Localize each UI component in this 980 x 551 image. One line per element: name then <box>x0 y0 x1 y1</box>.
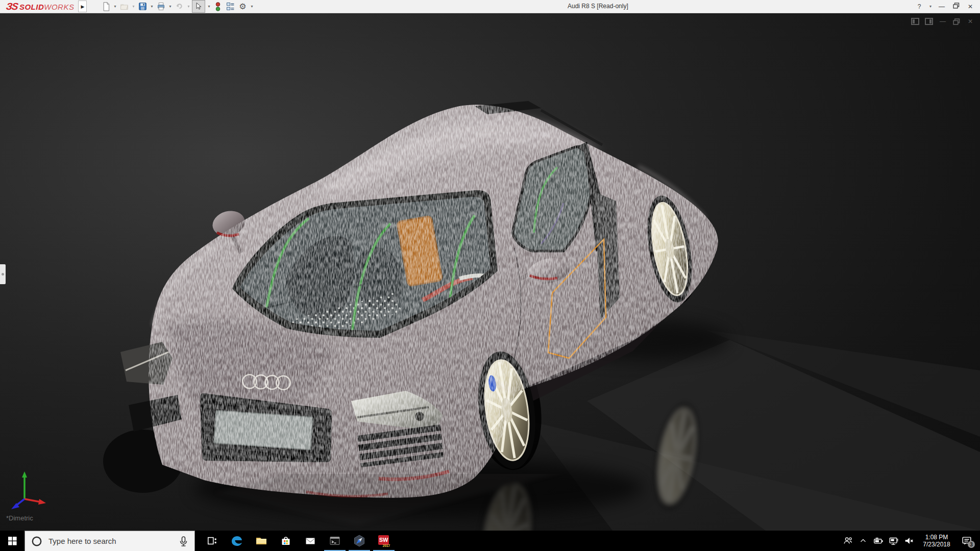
standard-toolbar: ▾ ▾ ▾ ▾ ▾ ▾ ⚙ ▾ <box>100 0 254 13</box>
pane-right-icon[interactable] <box>924 17 934 26</box>
clock-date: 7/23/2018 <box>920 541 953 548</box>
open-caret[interactable]: ▾ <box>131 4 136 9</box>
microphone-icon[interactable] <box>177 535 189 547</box>
print-caret[interactable]: ▾ <box>167 4 173 9</box>
edge-icon[interactable] <box>225 531 249 551</box>
doc-minimize-button[interactable]: — <box>938 17 947 26</box>
new-document-caret[interactable]: ▾ <box>112 4 117 9</box>
doc-restore-button[interactable] <box>952 17 961 26</box>
minimize-button[interactable]: — <box>936 3 947 10</box>
task-view-button[interactable] <box>200 531 225 551</box>
file-properties-icon[interactable] <box>225 1 236 12</box>
feature-pane-flyout-tab[interactable] <box>0 264 6 284</box>
flyout-tab-grip <box>2 273 4 276</box>
people-icon[interactable] <box>840 531 855 551</box>
new-document-icon[interactable] <box>100 1 111 12</box>
titlebar: ЗS SOLID WORKS ▶ ▾ ▾ ▾ ▾ ▾ ▾ ⚙ ▾ Audi R <box>0 0 980 13</box>
menu-flyout-arrow-icon[interactable]: ▶ <box>78 1 87 12</box>
close-button[interactable]: ✕ <box>965 3 976 10</box>
save-caret[interactable]: ▾ <box>149 4 154 9</box>
cortana-circle-icon <box>31 536 42 547</box>
action-center-button[interactable]: 3 <box>957 531 977 551</box>
window-controls: ? ▾ — ✕ <box>914 0 976 13</box>
search-placeholder: Type here to search <box>48 537 177 545</box>
pane-left-icon[interactable] <box>911 17 920 26</box>
taskbar: Type here to search SW2017 <box>0 531 980 551</box>
view-orientation-label: *Dimetric <box>6 514 33 522</box>
store-icon[interactable] <box>274 531 298 551</box>
document-window-controls: — ✕ <box>911 17 975 26</box>
undo-icon[interactable] <box>174 1 185 12</box>
options-caret[interactable]: ▾ <box>249 4 254 9</box>
select-cursor-icon[interactable] <box>192 0 205 13</box>
restore-button[interactable] <box>950 3 962 10</box>
3d-scene[interactable] <box>0 13 980 531</box>
volume-muted-icon[interactable] <box>901 531 917 551</box>
file-explorer-icon[interactable] <box>249 531 274 551</box>
command-prompt-icon[interactable] <box>323 531 347 551</box>
taskbar-app-icons: SW2017 <box>200 531 396 551</box>
window-title: Audi R8 S [Read-only] <box>568 0 628 13</box>
start-button[interactable] <box>0 531 24 551</box>
options-gear-icon[interactable]: ⚙ <box>237 1 248 12</box>
select-caret[interactable]: ▾ <box>206 4 211 9</box>
hidden-icons-chevron[interactable] <box>855 531 871 551</box>
system-tray: 1:08 PM 7/23/2018 3 <box>840 531 980 551</box>
network-icon[interactable] <box>886 531 901 551</box>
orientation-triad <box>4 467 55 511</box>
taskbar-clock[interactable]: 1:08 PM 7/23/2018 <box>920 534 953 548</box>
undo-caret[interactable]: ▾ <box>186 4 191 9</box>
doc-close-button[interactable]: ✕ <box>966 17 975 26</box>
rebuild-traffic-light-icon[interactable] <box>212 1 224 12</box>
battery-icon[interactable] <box>871 531 886 551</box>
graphics-area[interactable]: — ✕ *Dimetric <box>0 13 980 531</box>
search-input[interactable]: Type here to search <box>24 531 195 551</box>
save-icon[interactable] <box>137 1 148 12</box>
solidworks-logo-glyph: ЗS <box>5 1 18 12</box>
solidworks-logo: ЗS SOLID WORKS <box>6 1 74 12</box>
print-icon[interactable] <box>155 1 166 12</box>
help-caret[interactable]: ▾ <box>928 4 933 9</box>
notification-badge: 3 <box>968 541 975 548</box>
svg-text:2017: 2017 <box>383 544 390 547</box>
help-button[interactable]: ? <box>914 3 925 10</box>
open-icon[interactable] <box>118 1 130 12</box>
solidworks-2017-icon[interactable]: SW2017 <box>372 531 396 551</box>
svg-text:SW: SW <box>379 537 388 543</box>
clock-time: 1:08 PM <box>920 534 953 541</box>
mail-icon[interactable] <box>298 531 323 551</box>
visualize-icon[interactable] <box>347 531 372 551</box>
